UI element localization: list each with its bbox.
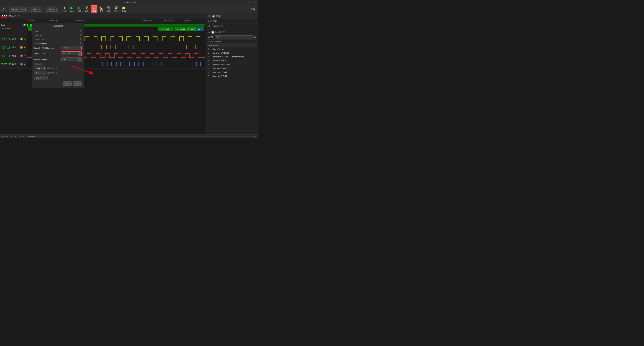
add-protocol-icon[interactable]: +: [208, 20, 209, 23]
ch2-triangle-icon: [24, 47, 26, 49]
svg-rect-0: [2, 15, 3, 18]
cancel-btn[interactable]: 取消: [73, 81, 82, 86]
protocol-list-display-label: 协议列表显示: [215, 31, 226, 34]
scrollbar[interactable]: [28, 136, 250, 137]
decoder-can-rx-row: CAN RX（CAN bus line） 1通道 2通道 3通道 4通道: [34, 46, 82, 50]
can-annotation-0x17: 0x17: [195, 27, 204, 31]
analyzer-label: 逻辑分析仪: [9, 15, 19, 18]
decoder-can-warnings-eye-btn[interactable]: 👁: [79, 42, 82, 45]
decoder-can-bits-label: CAN: Bits: [34, 34, 78, 36]
time-ruler: 121.00 μs +50130.00 μs +50139.00 μs +501…: [0, 19, 206, 23]
decode-label: 解码: [92, 10, 96, 13]
search-label: 搜索: [107, 10, 110, 13]
decoder-can-rx-select[interactable]: 1通道 2通道 3通道 4通道: [62, 46, 82, 50]
list-item-6-value: Data byte 0: 0x11: [212, 71, 256, 73]
list-item-2-value: Identifier extension bit: standard frame: [212, 56, 256, 58]
mode-btn[interactable]: ⬇ 模式: [61, 6, 68, 13]
help-btn[interactable]: 帮助▾: [250, 8, 256, 11]
back-btn[interactable]: ◀: [208, 36, 210, 39]
match-count-row: 匹配项： 729125: [206, 40, 258, 44]
freq-select[interactable]: 20 MHz: [46, 7, 58, 12]
bitrate-down-btn[interactable]: ▼: [78, 54, 81, 56]
delete-protocol-2-icon[interactable]: ✕: [211, 25, 213, 27]
trigger-btn[interactable]: ⚡ 触发: [83, 6, 90, 13]
sample-down-btn[interactable]: ▼: [79, 60, 81, 62]
usb-icon: ⊕: [3, 7, 5, 10]
decoder-can-warnings-row: CAN: Warnings 👁: [34, 42, 82, 45]
channel-2-row: 2通道 1: [0, 43, 206, 52]
can-warnings: CAN: Warnings: [1, 27, 12, 29]
delete-protocol-1-icon[interactable]: ✕: [210, 20, 212, 23]
forward-btn[interactable]: ▶: [254, 36, 256, 39]
status-text: 触发时间：2023-02-11 15:48:41: [1, 135, 25, 138]
analyzer-dropdown-icon[interactable]: ▼: [20, 15, 22, 17]
measure-btn[interactable]: 📐 测量: [98, 6, 105, 13]
ch3-badge: 2: [20, 55, 23, 57]
file-btn[interactable]: 📁 文件▾: [120, 6, 127, 13]
decoder-can-rx-label: CAN RX（CAN bus line）: [34, 47, 60, 49]
svg-rect-1: [4, 15, 5, 18]
list-settings-icon[interactable]: ⚙: [208, 31, 210, 34]
decoder-sample-label: Sample point (%): [34, 59, 60, 61]
protocol-item-2: CAN 100%: [214, 25, 256, 27]
ch1-badge: 0: [20, 38, 23, 40]
list-save-icon[interactable]: 💾: [211, 31, 214, 34]
decoder-can-fields-eye-btn[interactable]: 👁: [79, 38, 82, 41]
list-item-4-value: Remote transmission ...: [212, 64, 256, 66]
protocol-row-2: ⚙ ✕ CAN 100%: [206, 24, 258, 28]
close-btn[interactable]: ✕: [252, 1, 256, 4]
list-item-6: 6 Data byte 0: 0x11: [206, 70, 258, 74]
start-btn[interactable]: ▶ 开始: [68, 5, 75, 13]
can-label-row: CAN D: [1, 24, 26, 26]
minimize-btn[interactable]: —: [242, 1, 246, 4]
bitrate-up-btn[interactable]: ▲: [78, 52, 81, 54]
channel-4-row: 4通道 3: [0, 60, 206, 69]
trigger-icon: ⚡: [85, 6, 88, 10]
list-item-7-value: Data byte 0: 0x11: [212, 75, 256, 77]
scroll-arrow-left[interactable]: ◀: [252, 135, 254, 137]
end-select[interactable]: End: [34, 71, 46, 75]
list-item-6-num: 6: [208, 71, 211, 73]
start-select[interactable]: Start: [34, 67, 46, 70]
decoder-bitrate-input-wrapper: ▲ ▼: [61, 51, 82, 56]
multi-protocol-btn[interactable]: 多层协议 ▼: [34, 76, 48, 80]
list-item-1: 1 Identifier: 104 (0x68): [206, 51, 258, 55]
protocol-item-1: CAN: [213, 20, 256, 22]
decoder-bitrate-input[interactable]: [62, 52, 78, 55]
ch2-badge: 1: [20, 46, 23, 49]
list-header-text: CAN: Fields: [208, 44, 218, 46]
decoder-sample-input[interactable]: [62, 58, 78, 61]
scroll-arrow-right[interactable]: ▶: [255, 135, 256, 137]
end-row: End 解码结束位置: [34, 71, 82, 75]
time-cursor-marker: [27, 19, 29, 21]
usb-section: ⊕ USB 2.0: [1, 7, 7, 12]
can-annotation-db5: DB 5: 0x16: [174, 27, 189, 31]
decoder-can-bits-eye-btn[interactable]: 👁: [79, 34, 82, 37]
display-btn[interactable]: 🖼 显示▾: [113, 6, 120, 13]
list-search-icon[interactable]: 🔍: [211, 36, 214, 39]
list-item-0-num: 0: [208, 48, 211, 50]
search-btn[interactable]: 🔍 搜索: [106, 6, 112, 13]
decode-btn[interactable]: ⊛ 解码: [91, 5, 98, 13]
list-item-1-num: 1: [208, 52, 211, 54]
can-annotation-db-partial: DB: [190, 27, 194, 31]
confirm-btn[interactable]: 确定: [63, 81, 72, 86]
protocol-name-1: CAN: [213, 20, 216, 22]
svg-rect-4: [1, 16, 8, 17]
time-select[interactable]: 5.00 s: [30, 7, 42, 12]
decoder-can-eye-btn[interactable]: 👁: [79, 30, 82, 33]
ch2-waveform-icon: [1, 46, 11, 49]
save-icon-btn[interactable]: 💾: [212, 15, 215, 18]
decoder-sample-input-wrapper: ▲ ▼: [62, 57, 82, 62]
list-item-3-value: Reserved bit 0: 0: [212, 60, 256, 62]
sample-up-btn[interactable]: ▲: [79, 58, 81, 60]
device-select[interactable]: DSLogic PLus: [9, 7, 27, 12]
maximize-btn[interactable]: □: [248, 1, 251, 4]
settings-icon-btn[interactable]: ⚙: [208, 15, 211, 18]
instant-btn[interactable]: ⊙ 立即: [76, 6, 83, 13]
status-bar: 触发时间：2023-02-11 15:48:41 ◀ ▶: [0, 134, 258, 138]
protocol-2-settings-icon[interactable]: ⚙: [208, 24, 211, 28]
list-search-input[interactable]: [215, 36, 254, 39]
scrollbar-thumb[interactable]: [28, 136, 35, 137]
svg-marker-34: [24, 39, 25, 40]
